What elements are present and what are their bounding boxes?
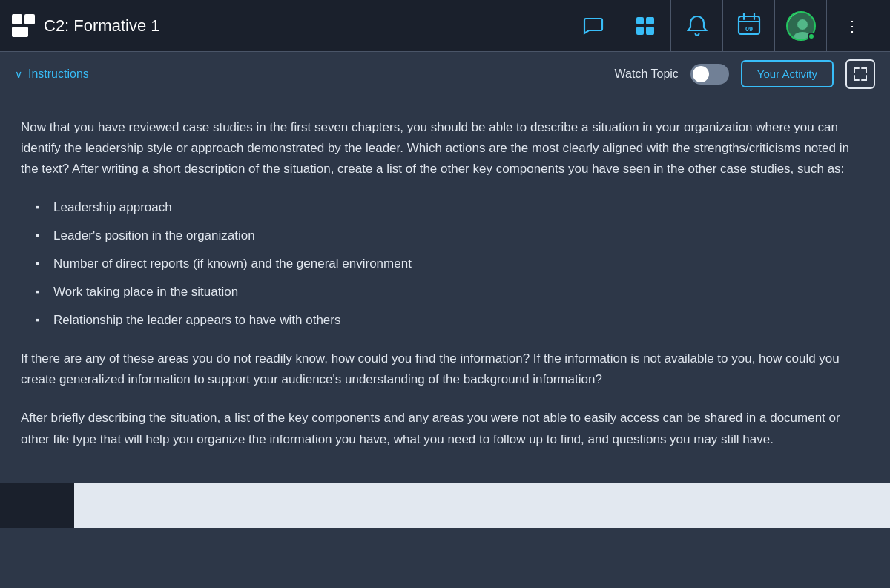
bell-icon <box>687 15 708 37</box>
app-header: C2: Formative 1 <box>0 0 890 52</box>
expand-button[interactable] <box>846 59 875 89</box>
chat-icon <box>582 15 604 37</box>
more-icon: ⋮ <box>845 17 860 35</box>
notifications-nav-button[interactable] <box>670 0 722 52</box>
header-navigation: 09 ⋮ <box>567 0 878 52</box>
your-activity-button[interactable]: Your Activity <box>741 60 834 87</box>
bottom-thumbnail <box>0 483 74 528</box>
list-item: Work taking place in the situation <box>36 282 869 303</box>
instructions-label: Instructions <box>28 67 89 81</box>
mid-paragraph: If there are any of these areas you do n… <box>21 348 869 390</box>
chevron-down-icon: ∨ <box>15 68 22 80</box>
toggle-knob <box>693 66 709 82</box>
watch-topic-label: Watch Topic <box>615 67 679 81</box>
list-item: Leadership approach <box>36 197 869 218</box>
avatar-icon <box>786 11 816 41</box>
expand-icon <box>854 67 867 81</box>
calendar-nav-button[interactable]: 09 <box>722 0 774 52</box>
calendar-icon: 09 <box>737 12 761 40</box>
list-item: Number of direct reports (if known) and … <box>36 254 869 274</box>
svg-text:09: 09 <box>745 25 752 33</box>
list-item: Relationship the leader appears to have … <box>36 310 869 331</box>
svg-point-6 <box>797 19 808 30</box>
chat-nav-button[interactable] <box>567 0 619 52</box>
subheader-controls: Watch Topic Your Activity <box>615 59 875 89</box>
user-profile-nav-button[interactable] <box>774 0 826 52</box>
bottom-progress-bar <box>74 483 890 528</box>
intro-paragraph: Now that you have reviewed case studies … <box>21 117 869 179</box>
logo-squares <box>12 14 35 37</box>
app-title: C2: Formative 1 <box>44 16 160 36</box>
grid-nav-button[interactable] <box>619 0 670 52</box>
instructions-toggle-button[interactable]: ∨ Instructions <box>15 67 89 81</box>
logo-icon <box>12 14 35 37</box>
grid-icon <box>636 17 654 35</box>
subheader-bar: ∨ Instructions Watch Topic Your Activity <box>0 52 890 96</box>
more-options-nav-button[interactable]: ⋮ <box>826 0 878 52</box>
app-logo-area: C2: Formative 1 <box>12 14 567 37</box>
last-paragraph: After briefly describing the situation, … <box>21 408 869 449</box>
list-item: Leader's position in the organization <box>36 225 869 246</box>
bullet-list: Leadership approach Leader's position in… <box>21 197 869 331</box>
watch-topic-toggle[interactable] <box>690 64 729 85</box>
main-content: Now that you have reviewed case studies … <box>0 96 890 483</box>
bottom-area <box>0 483 890 528</box>
